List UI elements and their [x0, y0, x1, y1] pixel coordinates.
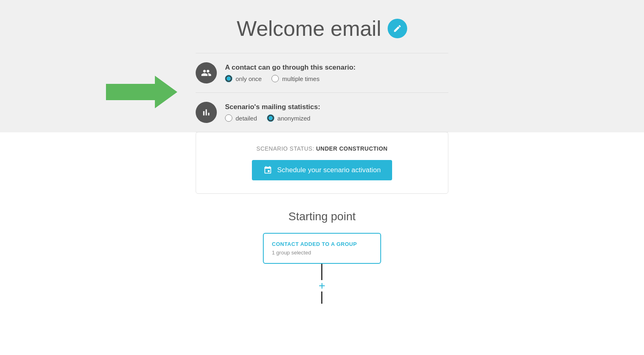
schedule-button-label: Schedule your scenario activation [277, 166, 381, 174]
bottom-section: SCENARIO STATUS: UNDER CONSTRUCTION Sche… [0, 132, 644, 355]
contact-card[interactable]: CONTACT ADDED TO A GROUP 1 group selecte… [263, 233, 381, 264]
multiple-option[interactable]: multiple times [271, 75, 320, 82]
starting-point-title: Starting point [289, 210, 356, 223]
green-arrow [106, 70, 179, 116]
contact-card-title: CONTACT ADDED TO A GROUP [272, 241, 372, 247]
once-option[interactable]: only once [225, 75, 262, 82]
contact-frequency-options: only once multiple times [225, 75, 356, 82]
starting-point-section: Starting point CONTACT ADDED TO A GROUP … [263, 194, 381, 304]
multiple-radio[interactable] [271, 75, 279, 82]
settings-wrapper: A contact can go through this scenario: … [196, 53, 448, 132]
once-radio[interactable] [225, 75, 232, 82]
anonymized-option[interactable]: anonymized [267, 114, 311, 122]
filter-icon [201, 68, 212, 78]
connector-line-bottom [321, 291, 322, 304]
page-title-row: Welcome email [237, 16, 407, 41]
anonymized-radio[interactable] [267, 114, 274, 122]
once-label: only once [236, 75, 262, 82]
edit-button[interactable] [388, 19, 407, 38]
page-title: Welcome email [237, 16, 381, 41]
status-card: SCENARIO STATUS: UNDER CONSTRUCTION Sche… [196, 132, 448, 194]
status-text: SCENARIO STATUS: UNDER CONSTRUCTION [256, 145, 388, 152]
calendar-icon [263, 166, 272, 175]
mailing-statistics-row: Scenario's mailing statistics: detailed … [196, 93, 448, 132]
top-section: Welcome email [0, 0, 644, 132]
connector-plus[interactable]: + [319, 280, 325, 291]
page-wrapper: Welcome email [0, 0, 644, 355]
detailed-label: detailed [236, 115, 257, 122]
contact-frequency-content: A contact can go through this scenario: … [225, 64, 356, 82]
contact-frequency-icon [196, 62, 217, 83]
detailed-radio[interactable] [225, 114, 232, 122]
status-prefix: SCENARIO STATUS: [256, 145, 316, 152]
svg-marker-0 [106, 76, 177, 108]
settings-area: A contact can go through this scenario: … [196, 53, 448, 132]
pencil-icon [393, 24, 402, 33]
connector: + [319, 264, 325, 304]
schedule-button[interactable]: Schedule your scenario activation [252, 160, 392, 180]
mailing-statistics-label: Scenario's mailing statistics: [225, 103, 320, 111]
mailing-statistics-icon [196, 102, 217, 123]
multiple-label: multiple times [282, 75, 320, 82]
mailing-statistics-options: detailed anonymized [225, 114, 320, 122]
bar-chart-icon [201, 107, 212, 118]
detailed-option[interactable]: detailed [225, 114, 257, 122]
status-value: UNDER CONSTRUCTION [316, 145, 388, 152]
contact-frequency-row: A contact can go through this scenario: … [196, 53, 448, 93]
contact-card-subtitle: 1 group selected [272, 250, 372, 256]
mailing-statistics-content: Scenario's mailing statistics: detailed … [225, 103, 320, 122]
connector-line-top [321, 264, 322, 280]
anonymized-label: anonymized [278, 115, 311, 122]
contact-frequency-label: A contact can go through this scenario: [225, 64, 356, 72]
